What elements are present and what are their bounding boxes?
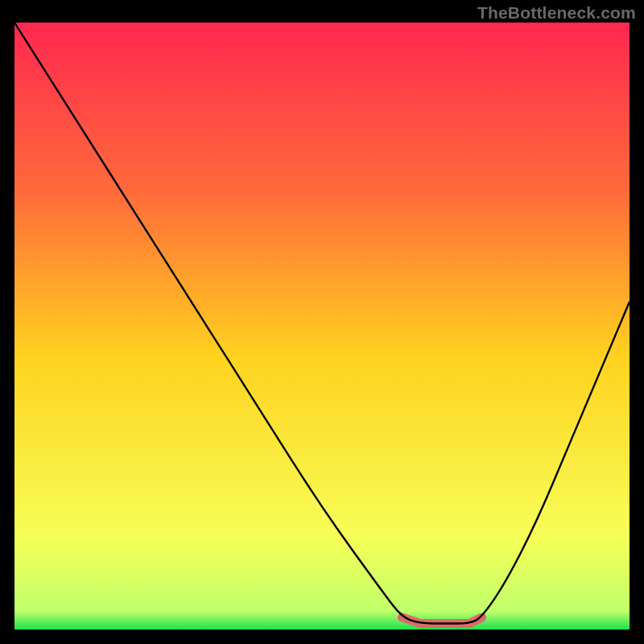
chart-frame: TheBottleneck.com xyxy=(0,0,644,644)
chart-background-gradient xyxy=(14,23,630,630)
chart-svg xyxy=(14,23,630,630)
watermark-text: TheBottleneck.com xyxy=(477,3,636,23)
chart-plot-area xyxy=(14,23,630,630)
